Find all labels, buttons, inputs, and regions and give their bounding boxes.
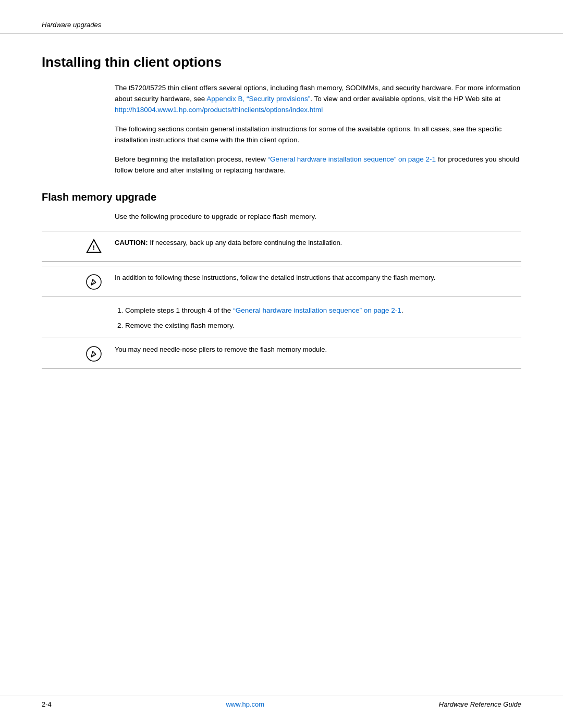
main-content: Installing thin client options The t5720… [0, 33, 563, 401]
steps-list: Complete steps 1 through 4 of the “Gener… [125, 305, 480, 331]
hp-url-link[interactable]: http://h18004.www1.hp.com/products/thinc… [115, 106, 323, 114]
intro-text-middle: . To view and order available options, v… [310, 95, 500, 103]
note1-content: In addition to following these instructi… [115, 273, 480, 283]
list-item-1-start: Complete steps 1 through 4 of the [125, 306, 233, 314]
page-container: Hardware upgrades Installing thin client… [0, 0, 563, 728]
note2-box: You may need needle-nose pliers to remov… [42, 338, 521, 369]
caution-triangle-svg: ! [86, 239, 102, 253]
footer-center: www.hp.com [226, 700, 264, 708]
list-item-2: Remove the existing flash memory. [125, 320, 480, 331]
note-pencil-icon [85, 274, 102, 290]
note1-box: In addition to following these instructi… [42, 266, 521, 297]
section-heading-flash: Flash memory upgrade [42, 191, 521, 203]
note2-icon-container [73, 344, 115, 362]
general-hw-link[interactable]: “General hardware installation sequence”… [267, 155, 436, 163]
intro-paragraph: The t5720/t5725 thin client offers sever… [115, 83, 521, 116]
list-item-1-end: . [401, 306, 403, 314]
caution-icon-container: ! [73, 238, 115, 255]
list-item-1: Complete steps 1 through 4 of the “Gener… [125, 305, 480, 316]
para3-start: Before beginning the installation proces… [115, 155, 267, 163]
chapter-title: Installing thin client options [42, 54, 521, 70]
list-item-1-link[interactable]: “General hardware installation sequence”… [233, 306, 401, 314]
appendix-b-link[interactable]: Appendix B, “Security provisions” [206, 95, 310, 103]
footer-guide-title: Hardware Reference Guide [439, 700, 521, 708]
caution-label: CAUTION: [115, 239, 148, 246]
svg-line-9 [93, 351, 96, 354]
list-item-2-text: Remove the existing flash memory. [125, 322, 235, 329]
note1-icon-container [73, 273, 115, 290]
triangle-caution-icon: ! [86, 239, 102, 255]
page-footer: 2-4 www.hp.com Hardware Reference Guide [0, 696, 563, 712]
header-text: Hardware upgrades [42, 21, 101, 29]
body-paragraph-3: Before beginning the installation proces… [115, 154, 521, 176]
footer-url-link[interactable]: www.hp.com [226, 700, 264, 708]
caution-text-content: If necessary, back up any data before co… [150, 239, 342, 246]
caution-content: CAUTION: If necessary, back up any data … [115, 238, 480, 248]
svg-text:!: ! [93, 244, 95, 252]
note2-content: You may need needle-nose pliers to remov… [115, 344, 480, 355]
footer-page-number: 2-4 [42, 700, 52, 708]
caution-box: ! CAUTION: If necessary, back up any dat… [42, 231, 521, 262]
note2-pencil-icon [85, 346, 102, 362]
flash-intro: Use the following procedure to upgrade o… [115, 212, 480, 223]
svg-line-4 [93, 279, 96, 282]
page-header: Hardware upgrades [0, 0, 563, 33]
body-paragraph-2: The following sections contain general i… [115, 124, 521, 146]
